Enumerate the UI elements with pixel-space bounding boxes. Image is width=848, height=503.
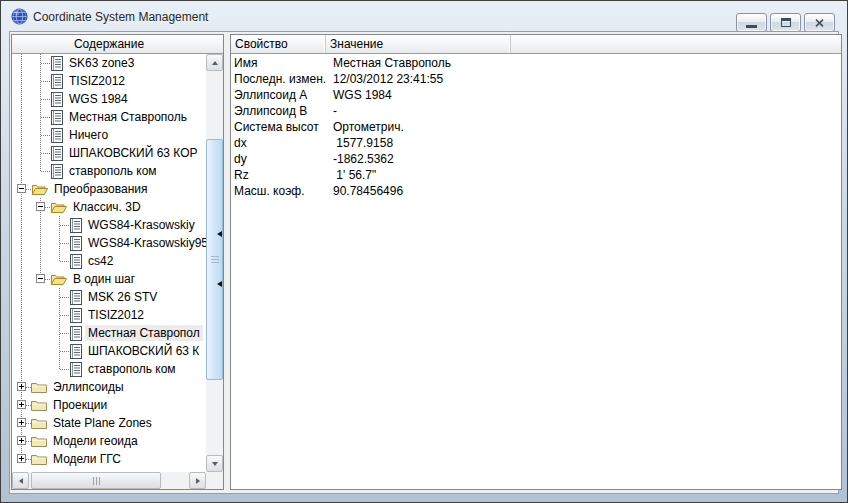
tree-item[interactable]: Проекции (12, 396, 206, 414)
tree-item-label: State Plane Zones (50, 415, 155, 431)
tree-item[interactable]: Ничего (12, 126, 206, 144)
doc-icon (50, 110, 63, 125)
scroll-down-button[interactable] (206, 455, 223, 472)
tree-item-label: MSK 26 STV (85, 289, 160, 305)
property-row[interactable]: Rz 1' 56.7" (231, 167, 841, 183)
tree-item-label: Преобразования (51, 181, 151, 197)
scroll-left-button[interactable] (12, 472, 29, 489)
expander-minus-icon[interactable] (31, 270, 50, 288)
tree-guide (31, 216, 50, 234)
minimize-button[interactable] (736, 13, 767, 32)
tree-item[interactable]: WGS84-Krasowskiy95 (12, 234, 206, 252)
tree-item-label: ШПАКОВСКИЙ 63 К (85, 343, 202, 359)
tree-guide (31, 306, 50, 324)
tree-guide (31, 90, 50, 108)
tree-item[interactable]: Местная Ставропол (12, 324, 206, 342)
tree-guide (50, 360, 69, 378)
tree-guide (50, 288, 69, 306)
vertical-scroll-thumb[interactable] (206, 139, 223, 380)
tree-item[interactable]: WGS84-Krasowskiy (12, 216, 206, 234)
tree-item[interactable]: Преобразования (12, 180, 206, 198)
expander-plus-icon[interactable] (12, 378, 31, 396)
doc-icon (50, 92, 63, 107)
tree-guide (31, 72, 50, 90)
column-header-value-label: Значение (330, 37, 383, 51)
property-row[interactable]: dy-1862.5362 (231, 151, 841, 167)
horizontal-scroll-thumb[interactable] (31, 472, 161, 489)
title-bar[interactable]: Coordinate System Management (1, 1, 847, 31)
globe-app-icon[interactable] (11, 8, 28, 25)
tree-guide (12, 144, 31, 162)
doc-icon (69, 290, 82, 305)
tree-guide (50, 342, 69, 360)
tree-item[interactable]: ставрополь ком (12, 162, 206, 180)
doc-icon (69, 344, 82, 359)
tree-item[interactable]: Модели геоида (12, 432, 206, 450)
folder-icon (31, 381, 47, 394)
tree-guide (31, 288, 50, 306)
property-name: dy (231, 152, 333, 166)
tree-item[interactable]: TISIZ2012 (12, 306, 206, 324)
tree-item[interactable]: Эллипсоиды (12, 378, 206, 396)
tree-item[interactable]: Модели ГГС (12, 450, 206, 468)
expander-plus-icon[interactable] (12, 396, 31, 414)
tree-item-label: В один шаг (70, 271, 138, 287)
expander-plus-icon[interactable] (12, 450, 31, 468)
scroll-right-button[interactable] (189, 472, 206, 489)
tree-item[interactable]: Местная Ставрополь (12, 108, 206, 126)
tree-header[interactable]: Содержание (12, 35, 223, 54)
column-header-property[interactable]: Свойство (231, 35, 326, 53)
close-button[interactable] (804, 13, 835, 32)
tree-item[interactable]: TISIZ2012 (12, 72, 206, 90)
property-name: Эллипсоид А (231, 88, 333, 102)
tree-guide (50, 216, 69, 234)
scroll-up-button[interactable] (206, 54, 223, 71)
expander-plus-icon[interactable] (12, 414, 31, 432)
tree-item-label: Классич. 3D (70, 199, 144, 215)
property-row[interactable]: Масш. коэф.90.78456496 (231, 183, 841, 199)
client-area: Содержание SK63 zone3TISIZ2012WGS 1984Ме… (9, 31, 839, 494)
minimize-icon (746, 25, 757, 28)
tree-guide (31, 360, 50, 378)
tree-item[interactable]: В один шаг (12, 270, 206, 288)
tree-horizontal-scrollbar[interactable] (12, 472, 206, 489)
property-row[interactable]: Эллипсоид АWGS 1984 (231, 87, 841, 103)
tree-panel: Содержание SK63 zone3TISIZ2012WGS 1984Ме… (11, 34, 224, 490)
column-header-value[interactable]: Значение (326, 35, 511, 53)
column-header-property-label: Свойство (235, 37, 288, 51)
tree-guide (12, 270, 31, 288)
tree-item[interactable]: ШПАКОВСКИЙ 63 К (12, 342, 206, 360)
tree-vertical-scrollbar[interactable] (206, 54, 223, 472)
tree-item[interactable]: SK63 zone3 (12, 54, 206, 72)
doc-icon (69, 362, 82, 377)
property-name: Масш. коэф. (231, 184, 333, 198)
property-row[interactable]: Эллипсоид В- (231, 103, 841, 119)
tree-item[interactable]: Классич. 3D (12, 198, 206, 216)
property-row[interactable]: Система высотОртометрич. (231, 119, 841, 135)
tree-item[interactable]: WGS 1984 (12, 90, 206, 108)
tree-item[interactable]: State Plane Zones (12, 414, 206, 432)
expander-minus-icon[interactable] (12, 180, 31, 198)
tree-item[interactable]: ставрополь ком (12, 360, 206, 378)
doc-icon (50, 164, 63, 179)
tree-guide (31, 234, 50, 252)
property-row[interactable]: Последн. измен.12/03/2012 23:41:55 (231, 71, 841, 87)
tree-item[interactable]: ШПАКОВСКИЙ 63 КОР (12, 144, 206, 162)
properties-rows: ИмяМестная СтавропольПоследн. измен.12/0… (231, 54, 841, 489)
tree-guide (12, 90, 31, 108)
tree-item[interactable]: MSK 26 STV (12, 288, 206, 306)
tree-item[interactable]: cs42 (12, 252, 206, 270)
expander-minus-icon[interactable] (31, 198, 50, 216)
property-value: WGS 1984 (333, 88, 392, 102)
tree-header-label: Содержание (74, 37, 144, 51)
doc-icon (50, 128, 63, 143)
property-row[interactable]: ИмяМестная Ставрополь (231, 55, 841, 71)
tree-item-label: Проекции (50, 397, 110, 413)
maximize-restore-button[interactable] (770, 13, 801, 32)
tree-guide (12, 360, 31, 378)
property-row[interactable]: dx 1577.9158 (231, 135, 841, 151)
tree-guide (12, 198, 31, 216)
window-title: Coordinate System Management (33, 10, 208, 24)
expander-plus-icon[interactable] (12, 432, 31, 450)
doc-icon (50, 56, 63, 71)
